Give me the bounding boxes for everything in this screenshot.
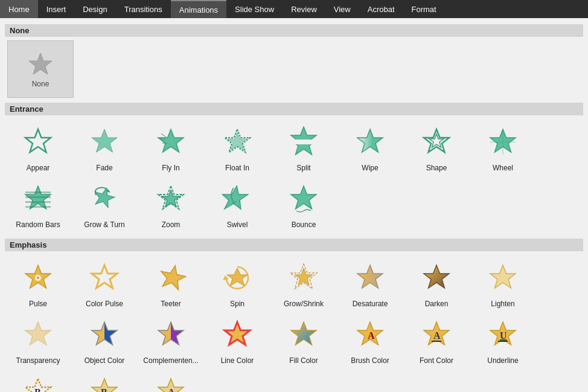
menu-acrobat[interactable]: Acrobat [359, 0, 403, 18]
svg-marker-40 [295, 268, 313, 285]
wipe-label: Wipe [362, 164, 378, 172]
shape-icon [417, 123, 456, 161]
anim-lighten[interactable]: Lighten [470, 255, 536, 312]
menu-design[interactable]: Design [74, 0, 115, 18]
anim-wave[interactable]: A Wave [138, 368, 204, 392]
anim-colorpulse[interactable]: Color Pulse [71, 255, 138, 312]
anim-fontcolor[interactable]: A Font Color [403, 312, 470, 368]
menu-transitions[interactable]: Transitions [116, 0, 171, 18]
floatin-icon [218, 123, 257, 161]
menu-view[interactable]: View [325, 0, 359, 18]
brushcolor-icon: A [351, 315, 389, 354]
svg-marker-42 [424, 265, 449, 288]
menu-format[interactable]: Format [403, 0, 445, 18]
animations-panel: None None Entrance Appear [0, 18, 588, 392]
fillcolor-icon [284, 315, 323, 354]
growshrink-label: Grow/Shrink [284, 300, 324, 308]
section-header-emphasis: Emphasis [5, 239, 583, 251]
split-label: Split [296, 164, 310, 172]
svg-rect-11 [288, 142, 319, 158]
svg-marker-14 [357, 129, 383, 152]
menu-home[interactable]: Home [0, 0, 38, 18]
spin-icon [218, 259, 257, 297]
fade-icon [85, 123, 124, 161]
anim-linecolor[interactable]: Line Color [204, 312, 270, 368]
svg-marker-36 [158, 263, 187, 291]
transparency-icon [19, 315, 57, 354]
anim-darken[interactable]: Darken [403, 255, 470, 312]
menu-slideshow[interactable]: Slide Show [226, 0, 283, 18]
zoom-icon [152, 179, 190, 218]
anim-transparency[interactable]: Transparency [5, 312, 71, 368]
fontcolor-icon: A [417, 315, 456, 354]
menu-insert[interactable]: Insert [38, 0, 75, 18]
anim-complement[interactable]: Complementen... [138, 312, 204, 368]
underline-label: Underline [487, 356, 518, 365]
menu-review[interactable]: Review [283, 0, 325, 18]
flyin-icon [152, 123, 190, 161]
colorpulse-label: Color Pulse [86, 300, 123, 308]
svg-rect-21 [25, 191, 51, 193]
svg-line-5 [161, 133, 166, 137]
svg-rect-22 [25, 196, 51, 198]
wheel-icon [484, 123, 522, 161]
svg-marker-29 [222, 186, 249, 209]
menu-bar: Home Insert Design Transitions Animation… [0, 0, 588, 18]
svg-text:A: A [433, 330, 441, 341]
svg-text:B: B [101, 387, 107, 392]
anim-desaturate[interactable]: Desaturate [337, 255, 403, 312]
svg-marker-43 [490, 265, 516, 288]
teeter-label: Teeter [161, 300, 181, 308]
anim-objectcolor[interactable]: Object Color [71, 312, 138, 368]
menu-animations[interactable]: Animations [171, 0, 226, 18]
anim-wheel[interactable]: Wheel [470, 119, 536, 176]
boldreveal-icon: B [85, 372, 124, 392]
growshrink-icon [284, 259, 323, 297]
anim-boldreveal[interactable]: B Bold Reveal [71, 368, 138, 392]
anim-split[interactable]: Split [270, 119, 337, 176]
anim-growturn[interactable]: Grow & Turn [71, 176, 138, 233]
emphasis-grid: Pulse Color Pulse Teeter [5, 255, 583, 392]
svg-point-34 [37, 277, 39, 279]
anim-brushcolor[interactable]: A Brush Color [337, 312, 403, 368]
entrance-grid: Appear Fade Fly In [5, 119, 583, 233]
svg-marker-48 [291, 322, 316, 345]
anim-pulse[interactable]: Pulse [5, 255, 71, 312]
svg-marker-38 [227, 268, 248, 286]
anim-teeter[interactable]: Teeter [138, 255, 204, 312]
fillcolor-label: Fill Color [289, 356, 318, 365]
lighten-icon [484, 259, 522, 297]
svg-text:A: A [368, 330, 375, 341]
anim-underline[interactable]: U Underline [470, 312, 536, 368]
anim-growshrink[interactable]: Grow/Shrink [270, 255, 337, 312]
anim-swivel[interactable]: Swivel [204, 176, 270, 233]
anim-shape[interactable]: Shape [403, 119, 470, 176]
spin-label: Spin [230, 300, 244, 308]
boldflash-icon: B [19, 372, 57, 392]
wheel-label: Wheel [493, 164, 513, 172]
underline-icon: U [484, 315, 522, 354]
anim-fillcolor[interactable]: Fill Color [270, 312, 337, 368]
none-star-icon [27, 51, 54, 77]
none-section: None [5, 40, 583, 98]
complement-icon [152, 315, 190, 354]
anim-zoom[interactable]: Zoom [138, 176, 204, 233]
anim-randombars[interactable]: Random Bars [5, 176, 71, 233]
svg-marker-37 [223, 275, 229, 280]
anim-fade[interactable]: Fade [71, 119, 138, 176]
anim-flyin[interactable]: Fly In [138, 119, 204, 176]
fade-label: Fade [96, 164, 112, 172]
lighten-label: Lighten [491, 300, 514, 308]
section-header-none: None [5, 24, 583, 37]
darken-icon [417, 259, 456, 297]
linecolor-label: Line Color [221, 356, 254, 365]
svg-marker-35 [92, 265, 117, 288]
anim-none[interactable]: None [7, 40, 74, 98]
anim-boldflash[interactable]: B Bold Flash [5, 368, 71, 392]
anim-wipe[interactable]: Wipe [337, 119, 403, 176]
svg-marker-44 [25, 322, 51, 345]
anim-appear[interactable]: Appear [5, 119, 71, 176]
anim-floatin[interactable]: Float In [204, 119, 270, 176]
anim-bounce[interactable]: Bounce [270, 176, 337, 233]
anim-spin[interactable]: Spin [204, 255, 270, 312]
